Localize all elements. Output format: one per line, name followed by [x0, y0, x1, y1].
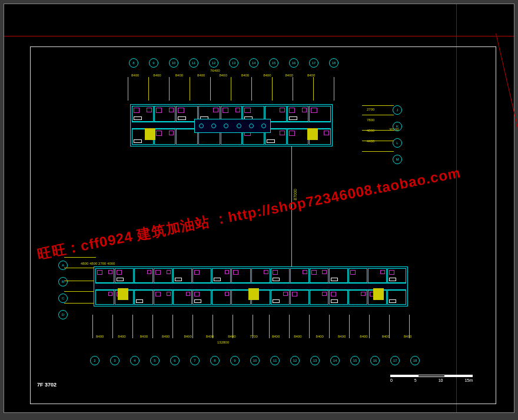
room-row [95, 268, 406, 283]
dim-value: 8400 [263, 74, 271, 77]
room [231, 290, 250, 305]
dim-value: 8400 [382, 335, 390, 338]
room [271, 268, 290, 283]
dim-value: 8400 [140, 335, 148, 338]
room [251, 268, 270, 283]
dim-value: 2700 [98, 262, 106, 265]
room [310, 290, 328, 305]
grid-bubble: 4 [130, 356, 140, 365]
room [348, 268, 367, 283]
room [95, 290, 114, 305]
room [192, 268, 211, 283]
dim-value: 8400 [241, 74, 249, 77]
dimension-lower-total: 132800 [217, 341, 229, 344]
stair-icon [307, 128, 318, 140]
dim-value: 8400 [338, 335, 346, 338]
grid-bubble: 13 [229, 58, 238, 68]
grid-bubble: 16 [289, 58, 298, 68]
sheet-label: 7F 3702 [37, 382, 57, 388]
building-core [194, 119, 271, 133]
dim-value: 7800 [367, 118, 374, 122]
dim-total: 132800 [217, 341, 229, 344]
grid-bubble: 8 [210, 356, 220, 365]
floorplan-upper [130, 104, 333, 146]
room [134, 268, 153, 283]
room [309, 106, 331, 122]
dim-value: 4800 [89, 262, 97, 265]
scale-label: 5 [414, 378, 417, 382]
scale-label: 0 [390, 378, 393, 382]
room [290, 268, 309, 283]
grid-bubble: 10 [169, 58, 178, 68]
grid-bubble: 18 [410, 356, 420, 365]
grid-bubble: D [58, 310, 68, 319]
cad-canvas[interactable]: 8 9 10 11 12 13 14 15 16 17 18 8400 8400… [4, 4, 514, 413]
dim-value: 8400 [404, 335, 411, 338]
room [329, 268, 348, 283]
dim-value: 8400 [96, 335, 104, 338]
grid-bubbles-lower-bottom: 2 3 4 5 6 7 8 9 10 11 12 13 14 15 16 17 … [90, 356, 428, 365]
dim-value: 4800 [81, 262, 88, 265]
grid-bubble: 9 [149, 58, 158, 68]
grid-bubble: 6 [170, 356, 180, 365]
grid-bubbles-upper-top: 8 9 10 11 12 13 14 15 16 17 18 [129, 58, 347, 68]
room [387, 268, 406, 283]
floorplan-lower [94, 266, 408, 306]
room [154, 129, 176, 145]
dimension-upper-side-total: 20100 [389, 128, 399, 131]
crosshair-horizontal [4, 36, 514, 36]
room [154, 290, 172, 305]
grid-bubble: M [393, 155, 402, 164]
dim-value: 4400 [367, 139, 374, 143]
stair-icon [248, 288, 259, 300]
room [271, 290, 290, 305]
grid-bubble: 14 [249, 58, 258, 68]
room [173, 268, 192, 283]
dimension-lines-upper [128, 77, 335, 101]
dim-value: 2700 [367, 108, 374, 111]
room [287, 106, 309, 122]
grid-bubble: 10 [250, 356, 260, 365]
dim-value: 7700 [250, 335, 258, 338]
scale-bar: 0 5 10 15m [390, 370, 473, 382]
dim-value: 8400 [175, 74, 183, 77]
dim-value: 8400 [197, 74, 205, 77]
grid-bubble: 12 [209, 58, 218, 68]
grid-bubble: 11 [270, 356, 280, 365]
grid-bubble: 12 [290, 356, 300, 365]
room [290, 290, 309, 305]
dim-value: 4000 [107, 262, 115, 265]
dimensions-lower-side: 4800 4800 2700 4000 [81, 262, 115, 265]
grid-bubble: 17 [309, 58, 318, 68]
dim-value: 8400 [307, 74, 315, 77]
dim-value: 4800 [367, 129, 374, 132]
grid-bubble: 2 [90, 356, 99, 365]
room [329, 290, 348, 305]
room [173, 290, 192, 305]
dim-value: 8400 [316, 335, 324, 338]
scale-label: 15m [464, 378, 473, 382]
dimension-upper-total: 76400 [210, 69, 220, 72]
dim-value: 8400 [153, 74, 161, 77]
grid-bubble: 5 [150, 356, 160, 365]
dim-value: 8400 [228, 335, 235, 338]
grid-bubble: 9 [230, 356, 240, 365]
room [212, 268, 231, 283]
room [310, 268, 328, 283]
room [115, 268, 134, 283]
dim-value: 8400 [360, 335, 367, 338]
room [387, 290, 406, 305]
stair-icon [145, 128, 155, 140]
dim-value: 8400 [131, 74, 139, 77]
grid-bubble: 17 [390, 356, 400, 365]
dim-value: 8400 [184, 335, 191, 338]
scale-label: 10 [439, 378, 443, 382]
stair-icon [373, 288, 384, 300]
grid-bubble: 14 [330, 356, 340, 365]
grid-bubble: 3 [110, 356, 119, 365]
dim-value: 8400 [285, 74, 293, 77]
room [348, 290, 367, 305]
room [287, 129, 309, 145]
grid-bubble: 18 [329, 58, 338, 68]
grid-bubble: 15 [350, 356, 360, 365]
